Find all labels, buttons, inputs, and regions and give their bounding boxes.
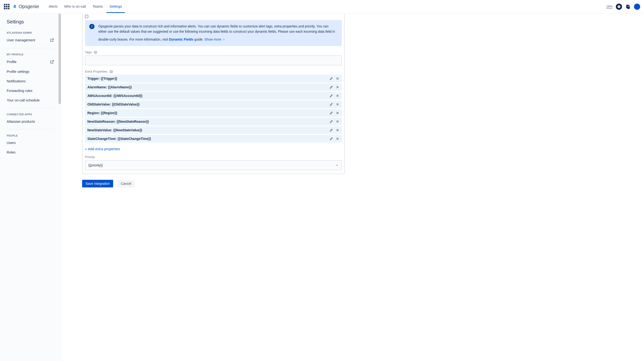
close-icon[interactable] [336,102,340,106]
save-integration-button[interactable]: Save Integration [82,180,113,188]
extra-properties-label: Extra Properties: ? [85,70,342,73]
svg-point-0 [14,5,16,7]
svg-rect-3 [628,6,629,6]
whats-new-icon[interactable] [626,4,631,9]
sidebar-item-label: User management [7,38,35,42]
sidebar-item-label: Profile [7,60,16,64]
dynamic-fields-link[interactable]: Dynamic Fields [169,38,194,41]
checkbox[interactable] [85,15,88,18]
section-people: PEOPLE [7,134,54,137]
nav-alerts[interactable]: Alerts [46,0,60,13]
edit-icon[interactable] [330,85,333,89]
divider [7,108,54,108]
sidebar-item-profile-settings[interactable]: Profile settings [7,70,54,74]
top-header: Opsgenie Alerts Who is on-call Teams Set… [0,0,644,13]
close-icon[interactable] [336,128,340,132]
nav-settings[interactable]: Settings [106,0,124,13]
sidebar-item-users[interactable]: Users [7,141,54,145]
sidebar-item-label: Your on-call schedule [7,98,40,102]
edit-icon[interactable] [330,120,333,124]
sidebar-item-label: Roles [7,150,16,154]
sidebar-title: Settings [7,19,54,24]
opsgenie-logo-icon [12,4,17,9]
edit-icon[interactable] [330,128,333,132]
svg-rect-2 [627,5,630,9]
add-extra-properties-link[interactable]: + Add extra properties [85,147,120,151]
tags-label: Tags: ? [85,50,342,54]
property-text: OldStateValue: {{OldStateValue}} [87,102,330,106]
divider [7,48,54,48]
close-icon[interactable] [336,137,340,141]
main-content: i Opsgenie parses your data to construct… [61,13,644,361]
sidebar-item-label: Atlassian products [7,120,35,124]
property-row: OldStateValue: {{OldStateValue}} [85,100,342,108]
avatar-icon[interactable] [634,4,640,10]
close-icon[interactable] [336,111,340,115]
close-icon[interactable] [336,85,340,89]
header-percent[interactable]: 16% [606,4,612,8]
info-panel: i Opsgenie parses your data to construct… [85,20,342,46]
edit-icon[interactable] [330,111,333,115]
divider [7,129,54,130]
help-icon[interactable]: ? [110,70,113,73]
edit-icon[interactable] [330,77,333,80]
property-text: NewStateValue: {{NewStateValue}} [87,128,330,132]
property-text: StateChangeTime: {{StateChangeTime}} [87,137,330,141]
sidebar-item-forwarding-rules[interactable]: Forwarding rules [7,89,54,93]
section-my-profile: MY PROFILE [7,53,54,56]
external-link-icon [50,60,54,64]
product-name: Opsgenie [18,4,39,9]
close-icon[interactable] [336,94,340,98]
sidebar-item-profile[interactable]: Profile [7,60,54,64]
sidebar-item-user-management[interactable]: User management [7,38,54,42]
priority-value: {{priority}} [88,163,103,167]
sidebar-item-your-on-call-schedule[interactable]: Your on-call schedule [7,98,54,102]
compass-icon[interactable] [616,4,622,10]
show-more-link[interactable]: Show more [204,37,225,42]
sidebar-scrollbar[interactable] [58,13,61,104]
property-row: StateChangeTime: {{StateChangeTime}} [85,135,342,142]
show-more-label: Show more [204,37,221,42]
property-row: AWSAccountId: {{AWSAccountId}} [85,92,342,100]
sidebar-item-label: Forwarding rules [7,89,32,93]
property-text: AlarmName: {{AlarmName}} [87,85,330,89]
edit-icon[interactable] [330,137,333,141]
priority-label: Priority: [85,155,342,159]
help-icon[interactable]: ? [94,50,97,54]
property-row: AlarmName: {{AlarmName}} [85,83,342,91]
external-link-icon [50,38,54,42]
edit-icon[interactable] [330,94,333,98]
property-text: Trigger: {{Trigger}} [87,77,330,80]
section-connected-apps: CONNECTED APPS [7,113,54,116]
app-switcher-icon[interactable] [4,4,10,10]
integration-form: i Opsgenie parses your data to construct… [82,13,345,174]
info-icon: i [89,24,94,29]
sidebar-item-label: Notifications [7,79,26,83]
property-text: Region: {{Region}} [87,111,330,115]
extra-properties-list: Trigger: {{Trigger}} AlarmName: {{AlarmN… [85,75,342,142]
close-icon[interactable] [336,77,340,80]
product-logo[interactable]: Opsgenie [12,4,39,9]
property-text: AWSAccountId: {{AWSAccountId}} [87,94,330,98]
sidebar-item-label: Users [7,141,16,145]
sidebar-item-roles[interactable]: Roles [7,150,54,154]
sidebar-item-label: Profile settings [7,70,29,74]
sidebar-item-notifications[interactable]: Notifications [7,79,54,83]
tags-input[interactable] [85,56,342,66]
nav-who-is-on-call[interactable]: Who is on-call [61,0,89,13]
sidebar-item-atlassian-products[interactable]: Atlassian products [7,120,54,124]
priority-select[interactable]: {{priority}} [85,160,342,170]
cancel-button[interactable]: Cancel [118,180,134,188]
property-row: Region: {{Region}} [85,109,342,117]
info-text-after: guide. [194,38,203,41]
close-icon[interactable] [336,120,340,124]
header-right: 16% [606,4,640,10]
edit-icon[interactable] [330,102,333,106]
property-row: Trigger: {{Trigger}} [85,75,342,82]
property-row: NewStateValue: {{NewStateValue}} [85,126,342,134]
top-nav: Alerts Who is on-call Teams Settings [46,0,125,13]
nav-teams[interactable]: Teams [90,0,106,13]
section-atlassian-admin: ATLASSIAN ADMIN [7,31,54,34]
form-buttons: Save Integration Cancel [82,180,345,188]
property-text: NewStateReason: {{NewStateReason}} [87,120,330,124]
